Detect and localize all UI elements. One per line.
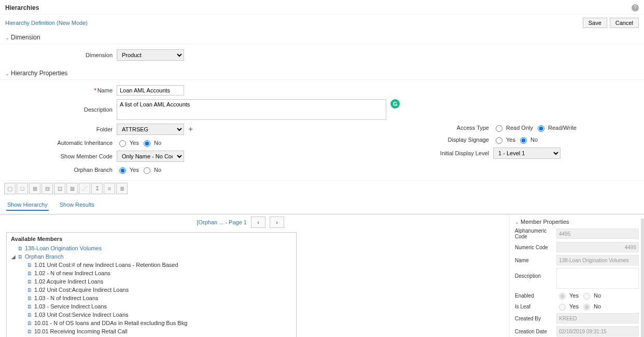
auto-inheritance-label: Automatic Inheritance — [0, 140, 117, 146]
tree-item-label: 10.01 - N of OS loans and DDAs in Retail… — [34, 320, 187, 326]
description-label: Description — [0, 99, 117, 113]
tree-item-label: 1.03 Unit Cost:Service Indirect Loans — [34, 312, 129, 318]
toolbar-btn-7[interactable]: ⋰ — [79, 183, 90, 194]
toolbar-btn-4[interactable]: ⊟ — [41, 183, 53, 194]
toolbar-btn-10[interactable]: ≣ — [116, 183, 128, 194]
initial-display-level-label: Initial Display Level — [322, 150, 493, 156]
yes-label: Yes — [506, 137, 515, 143]
toolbar-btn-6[interactable]: ⊠ — [66, 183, 78, 194]
tree-item[interactable]: 138-Loan Origination Volumes — [25, 245, 102, 251]
save-button[interactable]: Save — [583, 18, 607, 28]
available-members-panel: Available Members 138-Loan Origination V… — [6, 232, 297, 337]
cancel-button[interactable]: Cancel — [610, 18, 639, 28]
enabled-label: Enabled — [515, 293, 556, 299]
tab-show-results[interactable]: Show Results — [59, 199, 95, 210]
no-label: No — [154, 167, 161, 173]
member-properties-panel: ⌄Member Properties Alphanumeric Code 449… — [509, 214, 644, 337]
document-icon — [27, 262, 32, 268]
tree-item-orphan-branch[interactable]: Orphan Branch — [25, 253, 64, 260]
tree-item-label: 1.01 Unit Cost:# of new Indirect Loans -… — [34, 262, 178, 268]
tree-item[interactable]: 1.03 - Service Indirect Loans — [20, 302, 292, 311]
yes-label: Yes — [569, 303, 579, 309]
is-leaf-label: Is Leaf — [515, 304, 556, 309]
creation-date-value: 02/18/2019 09:31:15 — [556, 326, 639, 336]
document-icon — [27, 295, 32, 301]
tree-item-label: 1.03 - Service Indirect Loans — [34, 303, 107, 309]
dimension-label: Dimension — [0, 52, 117, 58]
blank-expand — [20, 304, 25, 309]
breadcrumb-link[interactable]: Hierarchy Definition (New Mode) — [5, 20, 580, 26]
chevron-down-icon[interactable]: ⌄ — [5, 71, 9, 76]
alpha-code-label: Alphanumeric Code — [515, 228, 556, 239]
access-type-readonly-radio[interactable] — [496, 125, 502, 132]
prop-name-value: 138-Loan Origination Volumes — [556, 255, 639, 265]
blank-expand — [20, 329, 25, 334]
name-input[interactable] — [117, 85, 184, 96]
pager-next-button[interactable]: › — [270, 217, 284, 228]
collapse-icon[interactable]: ◢ — [11, 254, 16, 260]
description-textarea[interactable]: A list of Loan AML Accounts — [117, 99, 386, 120]
orphan-branch-no-radio[interactable] — [144, 167, 150, 174]
toolbar-btn-9[interactable]: ≡ — [104, 183, 115, 194]
blank-expand — [20, 262, 25, 268]
dimension-select[interactable]: Product — [117, 49, 184, 61]
no-label: No — [594, 303, 601, 309]
is-leaf-yes-radio — [559, 304, 566, 311]
numeric-code-value: 4495 — [556, 242, 639, 252]
section-hierarchy-props-header: Hierarchy Properties — [11, 70, 67, 77]
tree-item[interactable]: 1.03 Unit Cost:Service Indirect Loans — [20, 311, 292, 319]
tree-item-label: 1.02 - N of new Indirect Loans — [34, 270, 110, 276]
document-icon — [27, 287, 32, 293]
toolbar-btn-5[interactable]: ⊡ — [54, 183, 65, 194]
access-type-label: Access Type — [322, 125, 493, 131]
tree-item[interactable]: 10.01 - N of OS loans and DDAs in Retail… — [20, 319, 292, 327]
numeric-code-label: Numeric Code — [515, 245, 556, 250]
document-icon — [27, 303, 32, 309]
tree-item[interactable]: 1.02 Acquire Indirect Loans — [20, 277, 292, 286]
tree-item-label: 1.02 Unit Cost:Acquire Indirect Loans — [34, 287, 129, 293]
prop-description-label: Description — [515, 268, 556, 279]
prop-description-value[interactable] — [556, 268, 639, 289]
folder-label: Folder — [0, 126, 117, 132]
auto-inherit-no-radio[interactable] — [144, 140, 150, 147]
toolbar-btn-1[interactable]: ▢ — [4, 183, 16, 194]
display-signage-no-radio[interactable] — [520, 137, 527, 144]
document-icon — [27, 278, 32, 285]
pager-crumb[interactable]: [Orphan ... - Page 1 — [197, 219, 247, 225]
access-type-readwrite-radio[interactable] — [538, 125, 544, 132]
grammarly-icon: G — [390, 99, 400, 109]
tree-item[interactable]: 1.03 - N of Indirect Loans — [20, 294, 292, 302]
expand-icon[interactable] — [11, 246, 16, 251]
initial-display-level-select[interactable]: 1 - Level 1 — [493, 147, 561, 159]
creation-date-label: Creation Date — [515, 329, 556, 334]
show-member-code-label: Show Member Code — [0, 153, 117, 159]
tab-show-hierarchy[interactable]: Show Hierarchy — [6, 199, 49, 211]
toolbar-btn-8[interactable]: ↧ — [91, 183, 103, 194]
tree-item[interactable]: 1.02 - N of new Indirect Loans — [20, 269, 292, 277]
chevron-down-icon[interactable]: ⌄ — [5, 35, 9, 41]
alpha-code-value: 4495 — [556, 228, 639, 239]
chevron-down-icon[interactable]: ⌄ — [515, 219, 519, 225]
toolbar-btn-3[interactable]: ⊞ — [29, 183, 40, 194]
tree-item[interactable]: 10.01 Receiving Incoming Retail Call — [20, 327, 292, 335]
read-write-label: Read/Write — [548, 125, 577, 131]
display-signage-yes-radio[interactable] — [496, 137, 502, 144]
add-folder-icon[interactable]: + — [188, 125, 193, 134]
tree-item[interactable]: 1.01 Unit Cost:# of new Indirect Loans -… — [20, 261, 292, 269]
no-label: No — [154, 140, 161, 146]
help-icon[interactable]: ? — [632, 4, 639, 11]
blank-expand — [20, 271, 25, 276]
scrollbar[interactable] — [641, 219, 644, 337]
folder-select[interactable]: ATTRSEG — [117, 124, 184, 135]
tree-item[interactable]: 1.02 Unit Cost:Acquire Indirect Loans — [20, 286, 292, 294]
document-icon — [18, 245, 23, 251]
blank-expand — [20, 320, 25, 326]
pager-prev-button[interactable]: ‹ — [251, 217, 265, 228]
blank-expand — [20, 287, 25, 293]
show-member-code-select[interactable]: Only Name - No Code — [117, 151, 184, 162]
blank-expand — [20, 295, 25, 301]
orphan-branch-yes-radio[interactable] — [119, 167, 126, 174]
document-icon — [27, 270, 32, 276]
auto-inherit-yes-radio[interactable] — [119, 140, 126, 147]
toolbar-btn-2[interactable]: □ — [17, 183, 28, 194]
